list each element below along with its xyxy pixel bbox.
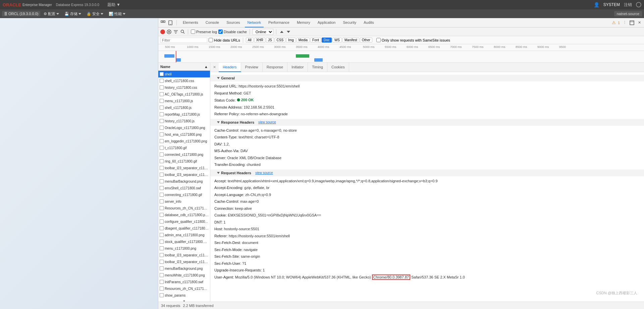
hide-data-urls-checkbox[interactable]: [209, 38, 213, 42]
import-btn[interactable]: [279, 29, 284, 35]
filter-toggle-btn[interactable]: [173, 29, 178, 35]
file-item[interactable]: toolbar_l23_separator_c11718...: [158, 258, 210, 265]
detail-tab-response[interactable]: Response: [263, 63, 288, 72]
file-item[interactable]: InitParams_c1171800.swf: [158, 279, 210, 285]
file-item[interactable]: admin_ena_c1171800.png: [158, 232, 210, 238]
file-item[interactable]: emxShell_c1171800.swf: [158, 185, 210, 191]
view-source2-btn[interactable]: view source: [255, 171, 273, 175]
response-headers-section-header[interactable]: Response Headers view source: [210, 119, 644, 126]
preserve-log-input[interactable]: [191, 29, 195, 34]
tab-application[interactable]: Application: [315, 18, 338, 27]
requests-count: 34 requests: [161, 304, 180, 308]
export-btn[interactable]: [286, 29, 291, 35]
filter-font[interactable]: Font: [310, 38, 321, 43]
file-item[interactable]: Resources_zh_CN_c1171800.sv...: [158, 205, 210, 211]
nav-security[interactable]: 🔒 安全: [85, 11, 105, 17]
hide-data-urls-label[interactable]: Hide data URLs: [209, 38, 240, 42]
filter-other[interactable]: Other: [360, 38, 372, 43]
inspect-icon[interactable]: [160, 20, 166, 25]
quick-action[interactable]: 题助 ▼: [107, 2, 120, 8]
file-item[interactable]: menu_c1171800.png: [158, 245, 210, 252]
general-section-header[interactable]: General: [210, 75, 644, 81]
view-source1-btn[interactable]: view source: [258, 120, 276, 124]
filter-all[interactable]: All: [246, 38, 254, 43]
file-item[interactable]: database_cdb_c1171800.png: [158, 211, 210, 218]
file-item[interactable]: stock_qualifier_c1171800.png: [158, 238, 210, 245]
tab-memory[interactable]: Memory: [294, 18, 313, 27]
tab-sources[interactable]: Sources: [224, 18, 243, 27]
record-btn[interactable]: [160, 29, 165, 34]
throttle-select[interactable]: Online: [253, 29, 273, 35]
file-item[interactable]: em_loggedin_c1171800.png: [158, 138, 210, 144]
file-item[interactable]: connected_c1171800.png: [158, 151, 210, 158]
file-item[interactable]: menuBarBackground.png: [158, 178, 210, 185]
file-item[interactable]: shell_c1171800.js: [158, 104, 210, 111]
file-item[interactable]: shell: [158, 71, 210, 77]
file-item[interactable]: show_params: [158, 292, 210, 299]
file-item[interactable]: menuWhite_c1171800.png: [158, 272, 210, 279]
file-item[interactable]: t_c1171800.gif: [158, 144, 210, 151]
clear-btn[interactable]: [166, 29, 172, 35]
nav-performance[interactable]: 📊 性能: [107, 11, 127, 17]
scroll-up-btn[interactable]: ▲: [204, 65, 208, 69]
close-devtools-icon[interactable]: ✕: [637, 20, 642, 25]
detail-tab-timing[interactable]: Timing: [308, 63, 327, 72]
file-name: menuBarBackground.png: [165, 267, 203, 270]
dock-icon[interactable]: [629, 20, 635, 25]
logout-btn[interactable]: 注销: [624, 2, 632, 8]
file-item[interactable]: AC_OETags_c1171800.js: [158, 91, 210, 98]
close-detail-btn[interactable]: ✕: [210, 64, 219, 71]
source-tab[interactable]: natnet-source: [614, 11, 642, 16]
filter-manifest[interactable]: Manifest: [342, 38, 359, 43]
disable-cache-input[interactable]: [218, 29, 223, 34]
file-item[interactable]: reportMap_c1171800.js: [158, 111, 210, 118]
filter-css[interactable]: CSS: [275, 38, 286, 43]
preserve-log-checkbox[interactable]: Preserve log: [191, 29, 217, 34]
disable-cache-checkbox[interactable]: Disable cache: [218, 29, 247, 34]
file-item[interactable]: menu_c1171800.js: [158, 98, 210, 104]
detail-tab-headers[interactable]: Headers: [219, 63, 241, 72]
scroll-down-btn[interactable]: ▼: [158, 299, 210, 302]
tick-3500: 3500 ms: [296, 45, 308, 49]
file-item[interactable]: toolbar_l23_separator_c11718...: [158, 252, 210, 258]
search-btn[interactable]: [180, 29, 185, 35]
detail-tab-initiator[interactable]: Initiator: [287, 63, 308, 72]
detail-tab-cookies[interactable]: Cookies: [327, 63, 349, 72]
filter-media[interactable]: Media: [297, 38, 310, 43]
tab-console[interactable]: Console: [203, 18, 222, 27]
file-item[interactable]: history_c1171800.js: [158, 118, 210, 124]
nav-config[interactable]: ⚙ 配置: [42, 11, 61, 17]
tab-security[interactable]: Security: [340, 18, 359, 27]
file-item[interactable]: history_c1171800.css: [158, 84, 210, 91]
file-item[interactable]: connecting_c1171800.gif: [158, 191, 210, 198]
file-item[interactable]: ring_60_c1171800.gif: [158, 158, 210, 165]
tab-network[interactable]: Network: [245, 18, 264, 27]
same-site-checkbox[interactable]: [376, 38, 381, 42]
tab-audits[interactable]: Audits: [361, 18, 377, 27]
filter-ws[interactable]: WS: [332, 38, 342, 43]
tab-elements[interactable]: Elements: [180, 18, 201, 27]
file-item[interactable]: OracleLogo_c1171800.png: [158, 124, 210, 131]
file-item[interactable]: host_ena_c1171800.png: [158, 131, 210, 138]
nav-breadcrumb[interactable]: 🗄 ORCL (19.3.0.0.0): [2, 11, 40, 16]
mobile-icon[interactable]: [168, 20, 173, 25]
request-headers-section-header[interactable]: Request Headers view source: [210, 170, 644, 176]
filter-xhr[interactable]: XHR: [254, 38, 265, 43]
file-item[interactable]: configure_qualifier_c11800...: [158, 218, 210, 225]
file-item[interactable]: server_info: [158, 198, 210, 205]
file-item[interactable]: dbagent_qualifier_c1171800.p...: [158, 225, 210, 232]
file-item[interactable]: menuBarBackground.png: [158, 265, 210, 272]
filter-input[interactable]: [160, 38, 207, 43]
filter-js[interactable]: JS: [266, 38, 274, 43]
nav-storage[interactable]: 💾 存储: [62, 11, 83, 17]
file-item[interactable]: toolbar_l23_separator_c11718...: [158, 171, 210, 178]
same-site-label[interactable]: Only show requests with SameSite issues: [376, 38, 450, 42]
more-options-icon[interactable]: ⋮: [622, 20, 627, 25]
file-item[interactable]: toolbar_l23_separator_c11718...: [158, 165, 210, 171]
file-item[interactable]: Resources_zh_CN_c1171800.sv...: [158, 285, 210, 292]
detail-tab-preview[interactable]: Preview: [241, 63, 263, 72]
filter-img[interactable]: Img: [286, 38, 296, 43]
file-item[interactable]: shell_c1171800.css: [158, 77, 210, 84]
filter-doc[interactable]: Doc: [322, 38, 332, 43]
tab-performance[interactable]: Performance: [266, 18, 292, 27]
